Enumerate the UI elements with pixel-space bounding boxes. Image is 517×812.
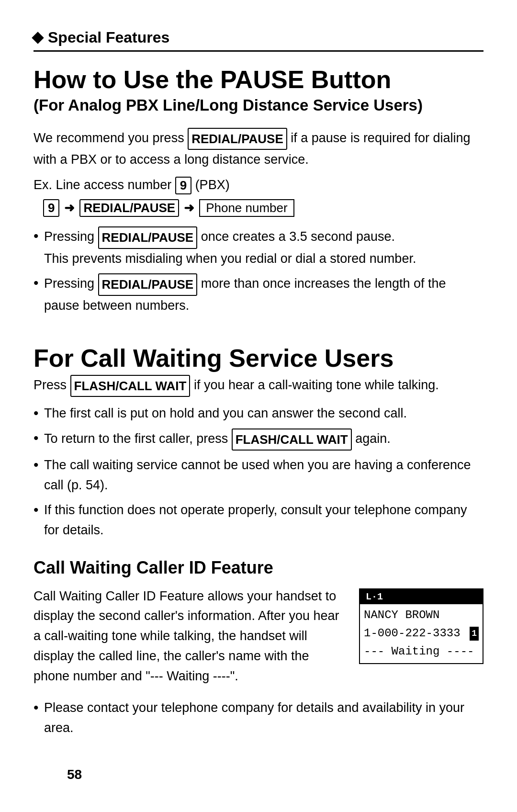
example-suffix: (PBX) bbox=[191, 178, 230, 192]
bullet1-sub: This prevents misdialing when you redial… bbox=[44, 249, 483, 269]
caller-id-footer-list: Please contact your telephone company fo… bbox=[34, 698, 483, 738]
example-line: Ex. Line access number 9 (PBX) bbox=[34, 177, 483, 194]
dialing-sequence: 9 ➜ REDIAL/PAUSE ➜ Phone number bbox=[43, 199, 483, 217]
caller-id-layout: Call Waiting Caller ID Feature allows yo… bbox=[34, 586, 483, 687]
special-features-header: Special Features bbox=[34, 29, 483, 46]
display-line-2: 1-000-222-3333 1 bbox=[364, 624, 479, 643]
flash-call-wait-key-2: FLASH/CALL WAIT bbox=[232, 429, 352, 451]
caller-id-body-text: Call Waiting Caller ID Feature allows yo… bbox=[34, 586, 340, 687]
display-body: NANCY BROWN 1-000-222-3333 1 --- Waiting… bbox=[360, 604, 483, 663]
call-waiting-section: For Call Waiting Service Users Press FLA… bbox=[34, 345, 483, 738]
display-badge: 1 bbox=[470, 627, 479, 641]
display-header-label: L·1 bbox=[363, 590, 386, 603]
cw-bullet-2-before: To return to the first caller, press bbox=[44, 431, 232, 446]
display-waiting: --- Waiting ---- bbox=[364, 643, 474, 661]
call-waiting-bullet-list: The first call is put on hold and you ca… bbox=[34, 404, 483, 541]
call-waiting-main-title: For Call Waiting Service Users bbox=[34, 345, 483, 372]
pause-section: How to Use the PAUSE Button (For Analog … bbox=[34, 66, 483, 316]
cw-bullet-1: The first call is put on hold and you ca… bbox=[34, 404, 483, 424]
special-features-section: Special Features bbox=[34, 29, 483, 52]
cw-bullet-4-text: If this function does not operate proper… bbox=[44, 503, 467, 537]
pause-intro: We recommend you press REDIAL/PAUSE if a… bbox=[34, 128, 483, 170]
example-line-text: Ex. Line access number bbox=[34, 178, 175, 192]
caller-id-footer-bullet: Please contact your telephone company fo… bbox=[34, 698, 483, 738]
bullet1-rest: once creates a 3.5 second pause. bbox=[197, 230, 395, 244]
cw-bullet-4: If this function does not operate proper… bbox=[34, 500, 483, 541]
display-number: 1-000-222-3333 bbox=[364, 624, 461, 643]
cw-intro-before: Press bbox=[34, 378, 70, 392]
caller-id-footer-text: Please contact your telephone company fo… bbox=[44, 700, 464, 735]
display-line-1: NANCY BROWN bbox=[364, 606, 479, 624]
arrow-1: ➜ bbox=[64, 201, 75, 215]
pause-bullet-2: Pressing REDIAL/PAUSE more than once inc… bbox=[34, 273, 483, 316]
flash-call-wait-key-1: FLASH/CALL WAIT bbox=[70, 375, 191, 397]
bullet2-before: Pressing bbox=[44, 277, 98, 291]
caller-id-title: Call Waiting Caller ID Feature bbox=[34, 558, 483, 578]
display-name: NANCY BROWN bbox=[364, 606, 439, 624]
header-rule bbox=[34, 50, 483, 52]
example-key-9: 9 bbox=[175, 177, 191, 194]
cw-bullet-1-text: The first call is put on hold and you ca… bbox=[44, 406, 407, 420]
special-features-title: Special Features bbox=[48, 29, 169, 46]
display-line-3: --- Waiting ---- bbox=[364, 643, 479, 661]
seq-redial-pause: REDIAL/PAUSE bbox=[79, 199, 179, 217]
display-header: L·1 bbox=[360, 589, 483, 604]
caller-id-display: L·1 NANCY BROWN 1-000-222-3333 1 --- Wai… bbox=[359, 588, 483, 664]
cw-bullet-2: To return to the first caller, press FLA… bbox=[34, 429, 483, 451]
pause-bullet-list: Pressing REDIAL/PAUSE once creates a 3.5… bbox=[34, 226, 483, 316]
pause-bullet-1: Pressing REDIAL/PAUSE once creates a 3.5… bbox=[34, 226, 483, 269]
redial-pause-key-1: REDIAL/PAUSE bbox=[188, 128, 287, 150]
cw-bullet-3: The call waiting service cannot be used … bbox=[34, 455, 483, 496]
cw-intro-after: if you hear a call-waiting tone while ta… bbox=[190, 378, 438, 392]
arrow-2: ➜ bbox=[184, 201, 194, 215]
seq-phone-number: Phone number bbox=[199, 199, 294, 217]
cw-bullet-2-rest: again. bbox=[352, 431, 391, 446]
pause-intro-before: We recommend you press bbox=[34, 131, 188, 145]
pause-subtitle: (For Analog PBX Line/Long Distance Servi… bbox=[34, 96, 483, 114]
page-number: 58 bbox=[67, 767, 517, 782]
cw-bullet-3-text: The call waiting service cannot be used … bbox=[44, 458, 471, 492]
diamond-icon bbox=[32, 32, 44, 44]
bullet2-key: REDIAL/PAUSE bbox=[98, 273, 198, 295]
seq-key-9: 9 bbox=[43, 199, 59, 217]
bullet1-key: REDIAL/PAUSE bbox=[98, 226, 198, 248]
pause-main-title: How to Use the PAUSE Button bbox=[34, 66, 483, 93]
call-waiting-intro: Press FLASH/CALL WAIT if you hear a call… bbox=[34, 375, 483, 397]
bullet1-before: Pressing bbox=[44, 230, 98, 244]
caller-id-subsection: Call Waiting Caller ID Feature Call Wait… bbox=[34, 558, 483, 738]
